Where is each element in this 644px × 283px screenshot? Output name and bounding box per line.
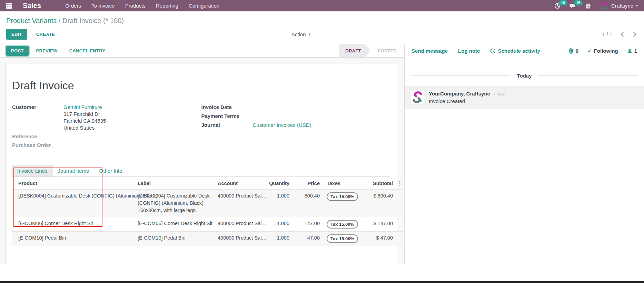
main-menu: Orders To Invoice Products Reporting Con…	[65, 3, 219, 9]
message-count-badge: 15	[574, 0, 583, 6]
cell-quantity: 1.000	[266, 190, 291, 217]
paperclip-icon	[568, 48, 574, 54]
table-row[interactable]: [E-COM10] Pedal Bin [E-COM10] Pedal Bin …	[12, 232, 403, 246]
cell-quantity: 1.000	[266, 217, 291, 232]
menu-products[interactable]: Products	[125, 3, 146, 9]
invoice-sheet: Draft Invoice Customer Gemini Furniture …	[6, 63, 397, 264]
attachment-count: 0	[576, 48, 578, 54]
avatar	[411, 91, 424, 104]
customer-link[interactable]: Gemini Furniture	[63, 104, 106, 111]
top-navbar: Sales Orders To Invoice Products Reporti…	[0, 0, 644, 11]
next-page-button[interactable]	[632, 31, 638, 38]
col-header-price[interactable]: Price	[291, 177, 322, 190]
chatter-toolbar: Send message Log note Schedule activity …	[405, 44, 644, 58]
right-field-group: Invoice Date Payment Terms Journal Custo…	[201, 104, 391, 150]
menu-to-invoice[interactable]: To Invoice	[91, 3, 115, 9]
send-message-button[interactable]: Send message	[412, 48, 448, 54]
menu-configuration[interactable]: Configuration	[189, 3, 219, 9]
tab-invoice-lines[interactable]: Invoice Lines	[12, 165, 53, 176]
customer-label: Customer	[12, 104, 63, 131]
action-dropdown[interactable]: Action ▾	[291, 31, 310, 37]
chatter-message[interactable]: YourCompany, Craftsync - now Invoice Cre…	[405, 86, 644, 109]
chatter-column: Send message Log note Schedule activity …	[405, 44, 644, 264]
control-panel: EDIT CREATE Action ▾ 1 / 1	[0, 26, 644, 44]
main-body: POST PREVIEW CANCEL ENTRY DRAFT POSTED D…	[0, 44, 644, 264]
message-body: Invoice Created	[429, 98, 505, 104]
breadcrumb: Product Variants / Draft Invoice (* 190)	[0, 11, 644, 26]
table-row[interactable]: [DESK0004] Customizable Desk (CONFIG) (A…	[12, 190, 403, 217]
edit-button[interactable]: EDIT	[6, 29, 27, 40]
followers-button[interactable]: 1	[627, 48, 637, 54]
menu-reporting[interactable]: Reporting	[156, 3, 178, 9]
following-button[interactable]: ✓ Following	[587, 48, 618, 54]
tab-journal-items[interactable]: Journal Items	[53, 165, 94, 176]
attachments-button[interactable]: 0	[568, 48, 578, 54]
apps-grid-icon[interactable]	[6, 3, 12, 9]
notebook-tabs: Invoice Lines Journal Items Other Info	[12, 165, 390, 177]
stage-draft[interactable]: DRAFT	[339, 44, 370, 57]
window-bottom-edge	[0, 281, 644, 283]
activities-button[interactable]: 10	[554, 3, 561, 9]
schedule-activity-button[interactable]: Schedule activity	[490, 48, 540, 54]
cell-label: [E-COM10] Pedal Bin	[136, 232, 216, 246]
clock-icon	[490, 48, 496, 54]
cell-quantity: 1.000	[266, 232, 291, 246]
list-options-icon[interactable]: ⋮	[395, 177, 403, 190]
col-header-subtotal[interactable]: Subtotal	[362, 177, 395, 190]
pager: 1 / 1	[602, 31, 638, 38]
company-logo-icon	[600, 2, 608, 10]
cell-subtotal: $ 147.00	[362, 217, 395, 232]
col-header-label[interactable]: Label	[136, 177, 216, 190]
tab-other-info[interactable]: Other Info	[94, 165, 128, 176]
cell-account: 400000 Product Sal…	[216, 190, 266, 217]
messages-button[interactable]: 15	[569, 3, 576, 9]
journal-link[interactable]: Customer Invoices (USD)	[253, 122, 311, 128]
user-menu[interactable]: Craftsync ▾	[600, 2, 638, 10]
tax-badge: Tax 15.00%	[327, 192, 358, 201]
journal-label: Journal	[201, 122, 253, 129]
table-row[interactable]: [E-COM06] Corner Desk Right Sit [E-COM06…	[12, 217, 403, 232]
form-area: Draft Invoice Customer Gemini Furniture …	[0, 58, 404, 264]
col-header-quantity[interactable]: Quantity	[266, 177, 291, 190]
cell-subtotal: $ 47.00	[362, 232, 395, 246]
statusbar: POST PREVIEW CANCEL ENTRY DRAFT POSTED	[0, 44, 404, 58]
left-field-group: Customer Gemini Furniture 317 Fairchild …	[12, 104, 201, 150]
invoice-title: Draft Invoice	[12, 79, 390, 92]
cell-subtotal: $ 800.40	[362, 190, 395, 217]
stage-posted[interactable]: POSTED	[370, 44, 404, 57]
rewards-button[interactable]	[585, 3, 591, 9]
col-header-product[interactable]: Product	[12, 177, 136, 190]
create-button[interactable]: CREATE	[35, 29, 56, 40]
log-note-button[interactable]: Log note	[458, 48, 480, 54]
app-title[interactable]: Sales	[23, 2, 41, 10]
reference-label: Reference	[12, 133, 63, 140]
preview-button[interactable]: PREVIEW	[35, 46, 59, 56]
customer-address-line: 317 Fairchild Dr	[63, 111, 106, 118]
caret-down-icon: ▾	[636, 3, 638, 8]
gift-icon	[585, 3, 591, 9]
col-header-account[interactable]: Account	[216, 177, 266, 190]
cell-price: 147.00	[291, 217, 322, 232]
checkmark-icon: ✓	[587, 48, 592, 54]
tax-badge: Tax 15.00%	[327, 220, 358, 229]
form-column: POST PREVIEW CANCEL ENTRY DRAFT POSTED D…	[0, 44, 405, 264]
date-divider: Today	[411, 73, 638, 79]
breadcrumb-current: Draft Invoice (* 190)	[62, 17, 124, 24]
cell-label: [DESK0004] Customizable Desk (CONFIG) (A…	[136, 190, 216, 217]
user-name: Craftsync	[611, 3, 633, 9]
message-author[interactable]: YourCompany, Craftsync	[429, 91, 490, 97]
pager-count: 1 / 1	[602, 31, 612, 37]
payment-terms-label: Payment Terms	[201, 113, 253, 120]
col-header-taxes[interactable]: Taxes	[322, 177, 362, 190]
invoice-date-label: Invoice Date	[201, 104, 253, 111]
cell-product: [DESK0004] Customizable Desk (CONFIG) (A…	[12, 190, 136, 217]
cell-label: [E-COM06] Corner Desk Right Sit	[136, 217, 216, 232]
cancel-entry-button[interactable]: CANCEL ENTRY	[68, 46, 107, 56]
person-icon	[627, 48, 632, 53]
customer-address-line: United States	[63, 124, 106, 131]
activity-count-badge: 10	[558, 0, 567, 6]
post-button[interactable]: POST	[6, 46, 29, 56]
menu-orders[interactable]: Orders	[65, 3, 81, 9]
previous-page-button[interactable]	[619, 31, 625, 38]
breadcrumb-parent-link[interactable]: Product Variants	[6, 17, 57, 24]
